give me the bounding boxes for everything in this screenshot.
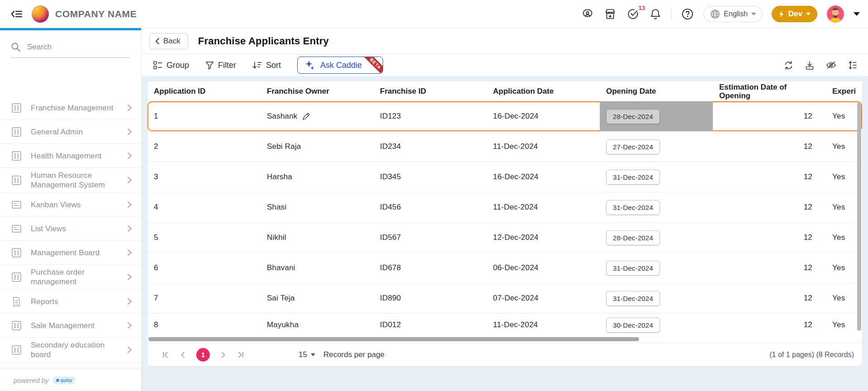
application-id-cell[interactable]: 8 xyxy=(147,314,261,336)
franchise-owner-cell[interactable]: Sai Teja xyxy=(261,283,374,313)
column-header[interactable]: Experi xyxy=(821,81,862,101)
last-page-icon[interactable] xyxy=(237,351,244,358)
experience-years-cell[interactable]: 12 xyxy=(713,192,821,222)
column-header[interactable]: Application Date xyxy=(487,81,600,101)
current-page-indicator[interactable]: 1 xyxy=(196,348,210,362)
sidebar-item-sale-management[interactable]: Sale Management xyxy=(0,314,141,338)
experience-years-cell[interactable]: 12 xyxy=(713,314,821,336)
experience-years-cell[interactable]: 12 xyxy=(713,223,821,253)
environment-switcher[interactable]: Dev xyxy=(772,6,817,22)
opening-date-chip[interactable]: 28-Dec-2024 xyxy=(606,230,660,245)
experience-years-cell[interactable]: 12 xyxy=(713,283,821,313)
application-id-cell[interactable]: 2 xyxy=(147,132,261,162)
opening-date-chip[interactable]: 31-Dec-2024 xyxy=(606,291,660,306)
table-row[interactable]: 4 Shasi ID456 11-Dec-2024 31-Dec-2024 xyxy=(147,192,862,223)
records-per-page-select[interactable]: 15 xyxy=(299,350,315,359)
vertical-scrollbar[interactable] xyxy=(857,102,861,331)
application-date-cell[interactable]: 11-Dec-2024 xyxy=(487,132,600,162)
opening-date-cell[interactable]: 27-Dec-2024 xyxy=(600,132,713,162)
opening-date-chip[interactable]: 31-Dec-2024 xyxy=(606,200,660,215)
sidebar-item-list-views[interactable]: List Views xyxy=(0,217,141,241)
application-date-cell[interactable]: 06-Dec-2024 xyxy=(487,253,600,283)
franchise-owner-cell[interactable]: Shasi xyxy=(261,192,374,222)
column-header[interactable]: Estimation Date of Opening xyxy=(713,81,821,101)
settings-gear-icon[interactable] xyxy=(581,7,594,21)
experienced-cell[interactable]: Yes xyxy=(821,101,862,131)
franchise-id-cell[interactable]: ID456 xyxy=(374,192,487,222)
application-id-cell[interactable]: 5 xyxy=(147,223,261,253)
sidebar-item-purchase-order-management[interactable]: Purchase order management xyxy=(0,265,141,290)
store-icon[interactable] xyxy=(603,7,617,21)
application-id-cell[interactable]: 3 xyxy=(147,162,261,192)
franchise-id-cell[interactable]: ID678 xyxy=(374,253,487,283)
experienced-cell[interactable]: Yes xyxy=(821,314,862,336)
opening-date-chip[interactable]: 30-Dec-2024 xyxy=(606,318,660,333)
sidebar-item-secondary-education-board[interactable]: Secondary education board xyxy=(0,338,141,362)
application-id-cell[interactable]: 6 xyxy=(147,253,261,283)
row-height-icon[interactable] xyxy=(848,61,857,70)
franchise-owner-cell[interactable]: Mayukha xyxy=(261,314,374,336)
filter-button[interactable]: Filter xyxy=(205,61,236,70)
application-date-cell[interactable]: 16-Dec-2024 xyxy=(487,101,600,131)
edit-pencil-icon[interactable] xyxy=(302,113,310,120)
experienced-cell[interactable]: Yes xyxy=(821,253,862,283)
sidebar-item-human-resource-management-system[interactable]: Human Resource Management System xyxy=(0,168,141,193)
franchise-owner-cell[interactable]: Bhavani xyxy=(261,253,374,283)
sidebar-item-health-management[interactable]: Health Management xyxy=(0,144,141,168)
franchise-owner-cell[interactable]: Sashank xyxy=(261,101,374,131)
table-row[interactable]: 7 Sai Teja ID890 07-Dec-2024 31-Dec-2024 xyxy=(147,283,862,314)
experience-years-cell[interactable]: 12 xyxy=(713,162,821,192)
application-date-cell[interactable]: 11-Dec-2024 xyxy=(487,192,600,222)
experienced-cell[interactable]: Yes xyxy=(821,192,862,222)
column-header[interactable]: Franchise Owner xyxy=(261,81,374,101)
sidebar-item-general-admin[interactable]: General Admin xyxy=(0,120,141,144)
search-input[interactable] xyxy=(27,43,109,52)
first-page-icon[interactable] xyxy=(162,351,169,358)
refresh-icon[interactable] xyxy=(784,61,793,70)
group-button[interactable]: Group xyxy=(153,61,189,70)
ask-caddie-button[interactable]: Ask Caddie BETA xyxy=(297,57,383,74)
approvals-check-icon[interactable]: 13 xyxy=(626,7,640,21)
column-header[interactable]: Franchise ID xyxy=(374,81,487,101)
application-id-cell[interactable]: 4 xyxy=(147,192,261,222)
opening-date-cell[interactable]: 31-Dec-2024 xyxy=(600,162,713,192)
table-row[interactable]: 3 Harsha ID345 16-Dec-2024 31-Dec-2024 xyxy=(147,162,862,192)
language-selector[interactable]: English xyxy=(703,6,762,22)
opening-date-cell[interactable]: 28-Dec-2024 xyxy=(600,101,713,131)
export-download-icon[interactable] xyxy=(805,61,814,70)
franchise-owner-cell[interactable]: Harsha xyxy=(261,162,374,192)
experience-years-cell[interactable]: 12 xyxy=(713,101,821,131)
help-icon[interactable] xyxy=(681,7,694,21)
sidebar-collapse-icon[interactable] xyxy=(10,7,24,21)
opening-date-cell[interactable]: 28-Dec-2024 xyxy=(600,223,713,253)
next-page-icon[interactable] xyxy=(221,351,226,358)
experienced-cell[interactable]: Yes xyxy=(821,283,862,313)
table-row[interactable]: 6 Bhavani ID678 06-Dec-2024 31-Dec-2024 xyxy=(147,253,862,283)
sidebar-item-franchise-management[interactable]: Franchise Management xyxy=(0,96,141,120)
application-date-cell[interactable]: 12-Dec-2024 xyxy=(487,223,600,253)
application-id-cell[interactable]: 7 xyxy=(147,283,261,313)
opening-date-chip[interactable]: 31-Dec-2024 xyxy=(606,261,660,276)
table-row[interactable]: 5 Nikhil ID567 12-Dec-2024 28-Dec-2024 xyxy=(147,223,862,253)
experienced-cell[interactable]: Yes xyxy=(821,132,862,162)
horizontal-scrollbar[interactable] xyxy=(148,337,639,341)
experience-years-cell[interactable]: 12 xyxy=(713,132,821,162)
experienced-cell[interactable]: Yes xyxy=(821,223,862,253)
application-date-cell[interactable]: 11-Dec-2024 xyxy=(487,314,600,336)
sidebar-item-management-board[interactable]: Management Board xyxy=(0,241,141,265)
opening-date-chip[interactable]: 28-Dec-2024 xyxy=(606,109,660,124)
sidebar-item-reports[interactable]: Reports xyxy=(0,290,141,314)
application-id-cell[interactable]: 1 xyxy=(147,101,261,131)
column-header[interactable]: Application ID xyxy=(147,81,261,101)
opening-date-chip[interactable]: 31-Dec-2024 xyxy=(606,170,660,185)
experience-years-cell[interactable]: 12 xyxy=(713,253,821,283)
franchise-id-cell[interactable]: ID234 xyxy=(374,132,487,162)
experienced-cell[interactable]: Yes xyxy=(821,162,862,192)
column-header[interactable]: Opening Date xyxy=(600,81,713,101)
franchise-id-cell[interactable]: ID345 xyxy=(374,162,487,192)
table-row[interactable]: 2 Sebi Raja ID234 11-Dec-2024 27-Dec-202… xyxy=(147,132,862,162)
hidden-columns-eye-off-icon[interactable] xyxy=(826,61,836,70)
franchise-id-cell[interactable]: ID012 xyxy=(374,314,487,336)
franchise-id-cell[interactable]: ID567 xyxy=(374,223,487,253)
opening-date-cell[interactable]: 31-Dec-2024 xyxy=(600,192,713,222)
